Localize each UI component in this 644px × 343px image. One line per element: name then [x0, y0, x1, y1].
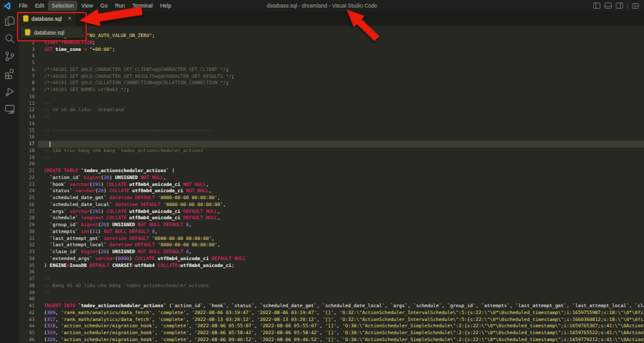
code-line-30[interactable]: `attempts` int(11) NOT NULL DEFAULT 0,: [44, 229, 644, 236]
code-line-23[interactable]: `hook` varchar(191) COLLATE utf8mb4_unic…: [44, 182, 644, 188]
code-line-21[interactable]: CREATE TABLE `tmdev_actionscheduler_acti…: [44, 168, 644, 175]
code-line-27[interactable]: `args` varchar(191) COLLATE utf8mb4_unic…: [44, 209, 644, 215]
code-line-13[interactable]: --: [44, 114, 644, 121]
explorer-icon[interactable]: [4, 16, 15, 26]
line-number: 29: [19, 222, 35, 229]
code-line-37[interactable]: --: [44, 276, 644, 283]
menu-item-terminal[interactable]: Terminal: [129, 1, 157, 11]
line-number: 33: [19, 249, 35, 256]
line-number: 2: [19, 40, 35, 46]
line-number: 42: [19, 310, 35, 317]
line-number: 30: [19, 229, 35, 236]
code-line-39[interactable]: --: [44, 290, 644, 297]
code-line-18[interactable]: -- Cấu trúc bảng cho bảng `tmdev_actions…: [44, 148, 644, 155]
code-line-6[interactable]: /*!40101 SET @OLD_CHARACTER_SET_CLIENT=@…: [44, 67, 644, 74]
code-line-1[interactable]: SET SQL_MODE = "NO_AUTO_VALUE_ON_ZERO";: [44, 33, 644, 40]
line-number: 13: [19, 114, 35, 121]
code-line-44[interactable]: (318, 'action_scheduler/migration_hook',…: [44, 323, 644, 330]
line-number: 14: [19, 121, 35, 128]
code-line-35[interactable]: ) ENGINE=InnoDB DEFAULT CHARSET=utf8mb4 …: [44, 263, 644, 270]
code-line-33[interactable]: `claim_id` bigint(20) UNSIGNED NOT NULL …: [44, 249, 644, 256]
menu-item-run[interactable]: Run: [111, 1, 129, 11]
menu-item-go[interactable]: Go: [97, 1, 111, 11]
line-number: 18: [19, 148, 35, 155]
code-line-43[interactable]: (317, 'rank_math/analytics/data_fetch', …: [44, 317, 644, 324]
line-number: 45: [19, 330, 35, 337]
search-icon[interactable]: [4, 33, 15, 44]
tab-close-icon[interactable]: ×: [68, 16, 71, 21]
code-line-22[interactable]: `action_id` bigint(20) UNSIGNED NOT NULL…: [44, 175, 644, 182]
menu-item-view[interactable]: View: [77, 1, 96, 11]
source-control-icon[interactable]: [4, 51, 15, 62]
toggle-panel-icon[interactable]: [604, 2, 612, 9]
code-line-5[interactable]: [44, 60, 644, 67]
remote-explorer-icon[interactable]: [4, 104, 15, 114]
database-icon: [25, 29, 31, 36]
line-number: 36: [19, 269, 35, 276]
code-line-16[interactable]: [44, 134, 644, 141]
line-number: 19: [19, 155, 35, 161]
line-number: 39: [19, 290, 35, 297]
code-line-31[interactable]: `last_attempt_gmt` datetime DEFAULT '000…: [44, 236, 644, 242]
code-line-20[interactable]: [44, 161, 644, 168]
line-number: 3: [19, 46, 35, 53]
line-number: 5: [19, 60, 35, 67]
line-number: 4: [19, 53, 35, 60]
line-number: 22: [19, 175, 35, 182]
line-number: 41: [19, 303, 35, 310]
code-line-25[interactable]: `scheduled_date_gmt` datetime DEFAULT '0…: [44, 195, 644, 202]
code-line-45[interactable]: (319, 'action_scheduler/migration_hook',…: [44, 330, 644, 337]
line-number: 26: [19, 202, 35, 209]
code-line-19[interactable]: --: [44, 155, 644, 161]
code-line-9[interactable]: /*!40101 SET NAMES utf8mb4 */;: [44, 87, 644, 94]
code-line-42[interactable]: (309, 'rank_math/analytics/data_fetch', …: [44, 310, 644, 317]
run-and-debug-icon[interactable]: [4, 86, 15, 97]
code-line-24[interactable]: `status` varchar(20) COLLATE utf8mb4_uni…: [44, 188, 644, 195]
line-number: 7: [19, 74, 35, 80]
menu-item-edit[interactable]: Edit: [31, 1, 48, 11]
toggle-primary-sidebar-icon[interactable]: [593, 2, 601, 9]
code-line-34[interactable]: `extended_args` varchar(8000) COLLATE ut…: [44, 256, 644, 263]
code-line-32[interactable]: `last_attempt_local` datetime DEFAULT '0…: [44, 242, 644, 249]
code-line-3[interactable]: SET time_zone = "+00:00";: [44, 46, 644, 53]
menu-item-file[interactable]: File: [15, 1, 31, 11]
titlebar-layout-controls: |: [593, 0, 639, 11]
code-line-12[interactable]: -- Cơ sở dữ liệu: `dreamland`: [44, 107, 644, 114]
code-editor[interactable]: 1234567891011121314151617181920212223242…: [19, 26, 644, 343]
titlebar-separator: |: [627, 3, 628, 9]
code-line-26[interactable]: `scheduled_date_local` datetime DEFAULT …: [44, 202, 644, 209]
code-line-38[interactable]: -- Đang đổ dữ liệu cho bảng `tmdev_actio…: [44, 283, 644, 290]
code-line-29[interactable]: `group_id` bigint(20) UNSIGNED NOT NULL …: [44, 222, 644, 229]
code-line-4[interactable]: [44, 53, 644, 60]
code-line-14[interactable]: [44, 121, 644, 128]
code-line-11[interactable]: --: [44, 101, 644, 107]
tab-database-sql[interactable]: database.sql ×: [19, 11, 76, 26]
code-line-7[interactable]: /*!40101 SET @OLD_CHARACTER_SET_RESULTS=…: [44, 74, 644, 80]
code-content[interactable]: SET SQL_MODE = "NO_AUTO_VALUE_ON_ZERO";S…: [44, 33, 644, 343]
line-number: 17: [19, 141, 35, 148]
code-line-15[interactable]: -- -------------------------------------…: [44, 128, 644, 134]
extensions-icon[interactable]: [4, 68, 15, 79]
line-number: 15: [19, 128, 35, 134]
line-number: 38: [19, 283, 35, 290]
code-line-8[interactable]: /*!40101 SET @OLD_COLLATION_CONNECTION=@…: [44, 80, 644, 87]
menu-item-help[interactable]: Help: [157, 1, 175, 11]
code-line-2[interactable]: START TRANSACTION;: [44, 40, 644, 46]
menu-item-selection[interactable]: Selection: [48, 1, 77, 11]
open-editor-item-database-sql[interactable]: database.sql: [21, 27, 82, 38]
code-line-28[interactable]: `schedule` longtext COLLATE utf8mb4_unic…: [44, 215, 644, 222]
activity-bar: [0, 11, 19, 343]
line-number: 27: [19, 209, 35, 215]
code-line-46[interactable]: (320, 'action_scheduler/migration_hook',…: [44, 337, 644, 343]
code-line-36[interactable]: [44, 269, 644, 276]
line-number: 12: [19, 107, 35, 114]
code-line-10[interactable]: [44, 94, 644, 101]
line-number: 34: [19, 256, 35, 263]
code-line-17[interactable]: --: [44, 141, 644, 148]
customize-layout-icon[interactable]: [632, 3, 639, 9]
code-line-40[interactable]: [44, 296, 644, 303]
text-cursor: [50, 141, 50, 147]
code-line-41[interactable]: INSERT INTO `tmdev_actionscheduler_actio…: [44, 303, 644, 310]
toggle-secondary-sidebar-icon[interactable]: [616, 2, 623, 9]
line-number: 32: [19, 242, 35, 249]
